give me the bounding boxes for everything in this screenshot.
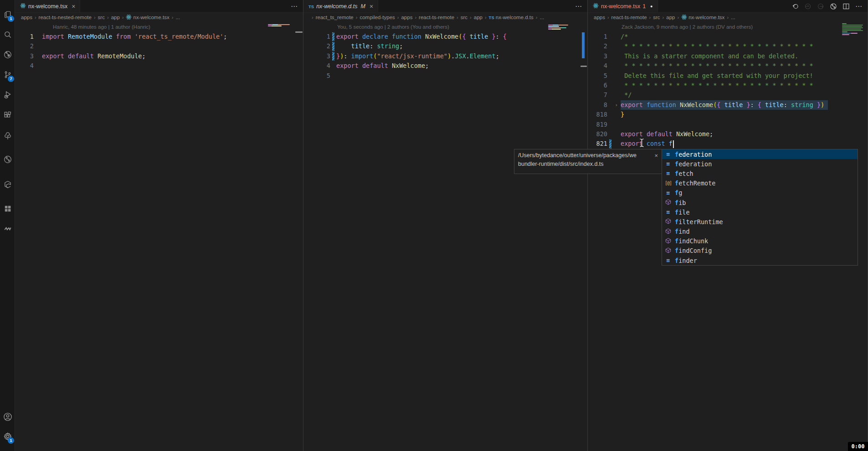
code-line[interactable]: 4 * * * * * * * * * * * * * * * * * * * … <box>588 61 868 71</box>
minimap-pane-1[interactable] <box>268 24 290 27</box>
activitybar-explorer-icon[interactable]: 1 <box>0 7 15 22</box>
code-line[interactable]: 821export const f <box>588 139 868 149</box>
code-text: /* <box>621 32 628 41</box>
suggest-item[interactable]: filterRuntime <box>662 217 858 226</box>
gutter: › <box>607 100 621 110</box>
suggest-item[interactable]: ≡file <box>662 207 858 217</box>
editor-pane-2: TSnx-welcome.d.tsM×⋯›react_ts_remote›com… <box>304 0 588 451</box>
breadcrumb-item[interactable]: ... <box>175 15 180 20</box>
editor-tab[interactable]: nx-welcome.tsx× <box>15 0 80 12</box>
code-line[interactable]: 3}): import("react/jsx-runtime").JSX.Ele… <box>304 51 587 61</box>
suggest-item[interactable]: ≡federation <box>662 159 858 169</box>
code-line[interactable]: 5 <box>304 71 587 81</box>
gutter <box>607 61 621 71</box>
breadcrumb-item[interactable]: react-ts-remote <box>611 15 647 20</box>
code-line[interactable]: 6 * * * * * * * * * * * * * * * * * * * … <box>588 81 868 90</box>
activitybar-settings-gear-icon[interactable]: 1 <box>0 429 15 444</box>
breadcrumb-separator: › <box>397 15 399 20</box>
code-line[interactable]: 2 title: string; <box>304 41 587 51</box>
close-tab-icon[interactable]: × <box>72 3 75 10</box>
activitybar-run-debug-icon[interactable] <box>0 87 15 102</box>
breadcrumb-item[interactable]: react-ts-nested-remote <box>39 15 92 20</box>
suggest-item[interactable]: ≡fg <box>662 188 858 198</box>
code-line[interactable]: 2 <box>15 41 303 51</box>
breadcrumb-item[interactable]: ... <box>731 15 735 20</box>
react-file-icon <box>681 14 687 21</box>
activitybar-grid-icon[interactable] <box>0 201 15 216</box>
breadcrumb-item[interactable]: src <box>461 15 467 20</box>
suggest-label: fetchRemote <box>675 179 715 187</box>
editor-tab[interactable]: TSnx-welcome.d.tsM× <box>304 0 378 12</box>
breadcrumb-item[interactable]: apps <box>21 15 32 20</box>
breadcrumb-item[interactable]: src <box>98 15 105 20</box>
activitybar-hexagon-icon[interactable] <box>0 177 15 192</box>
code-line[interactable]: 8›export function NxWelcome({ title }: {… <box>588 100 868 110</box>
code-text: export function NxWelcome({ title }: { t… <box>621 100 828 110</box>
breadcrumb-item[interactable]: TSnx-welcome.d.ts <box>489 15 534 20</box>
suggest-item[interactable]: find <box>662 227 858 236</box>
prev-change-icon <box>804 3 812 10</box>
navigate-back-icon[interactable] <box>791 3 799 10</box>
suggest-item[interactable]: findChunk <box>662 236 858 246</box>
minimap-pane-2[interactable] <box>548 25 568 30</box>
code-line[interactable]: 1/* <box>588 32 868 41</box>
more-actions-icon[interactable]: ⋯ <box>575 2 582 10</box>
suggest-item[interactable]: ≡finder <box>662 256 858 265</box>
activitybar-extensions-icon[interactable] <box>0 108 15 123</box>
close-tab-icon[interactable]: × <box>370 3 373 10</box>
breadcrumb-item[interactable]: ... <box>540 15 544 20</box>
breadcrumb-item[interactable]: app <box>666 15 675 20</box>
code-line[interactable]: 820export default NxWelcome; <box>588 129 868 139</box>
code-line[interactable]: 1export declare function NxWelcome({ tit… <box>304 32 587 41</box>
activitybar-gitlens-icon[interactable] <box>0 47 15 62</box>
breadcrumb-item[interactable]: app <box>474 15 483 20</box>
breadcrumb-item[interactable]: apps <box>594 15 605 20</box>
suggest-item[interactable]: [@]fetchRemote <box>662 179 858 188</box>
breadcrumb-item[interactable]: nx-welcome.tsx <box>681 14 724 21</box>
fold-chevron-icon[interactable]: › <box>615 100 618 110</box>
code-line[interactable]: 818} <box>588 110 868 119</box>
suggest-item[interactable]: ≡fetch <box>662 169 858 178</box>
dirty-indicator-icon[interactable]: ● <box>650 4 652 9</box>
code-line[interactable]: 7 */ <box>588 90 868 100</box>
activitybar-tree-icon[interactable] <box>0 128 15 144</box>
breadcrumb-item[interactable]: apps <box>401 15 412 20</box>
activitybar-wave-icon[interactable] <box>0 221 15 236</box>
breadcrumb-item[interactable]: react_ts_remote <box>316 15 354 20</box>
breadcrumb-item[interactable]: app <box>111 15 120 20</box>
activitybar-source-control-icon[interactable]: 7 <box>0 67 15 82</box>
suggest-label: findChunk <box>675 237 708 245</box>
pane-1-minimap-dash[interactable] <box>295 31 303 33</box>
breadcrumb-item[interactable]: react-ts-remote <box>419 15 454 20</box>
breadcrumb-item[interactable]: compiled-types <box>360 15 395 20</box>
breadcrumb-separator: › <box>485 15 487 20</box>
code-line[interactable]: 4 <box>15 61 303 71</box>
code-line[interactable]: 3 This is a starter component and can be… <box>588 51 868 61</box>
activitybar-account-icon[interactable] <box>0 409 15 425</box>
more-actions-icon[interactable]: ⋯ <box>855 2 862 10</box>
minimap-pane-3[interactable] <box>842 23 863 36</box>
code-line[interactable]: 3export default RemoteModule; <box>15 51 303 61</box>
next-change-icon <box>817 3 824 10</box>
breadcrumb-item[interactable]: nx-welcome.tsx <box>126 14 169 21</box>
pane-2-minimap-dash[interactable] <box>580 66 587 67</box>
code-line[interactable]: 4export default NxWelcome; <box>304 61 587 71</box>
suggest-item[interactable]: fib <box>662 198 858 207</box>
more-actions-icon[interactable]: ⋯ <box>291 2 298 10</box>
suggest-item[interactable]: findConfig <box>662 246 858 256</box>
code-line[interactable]: 1import RemoteModule from 'react_ts_remo… <box>15 32 303 41</box>
line-number: 5 <box>304 71 330 81</box>
breadcrumb-item[interactable]: src <box>653 15 660 20</box>
activitybar-search-icon[interactable] <box>0 27 15 42</box>
editor-tab[interactable]: nx-welcome.tsx1● <box>588 0 658 12</box>
code-line[interactable]: 2 * * * * * * * * * * * * * * * * * * * … <box>588 41 868 51</box>
split-editor-icon[interactable] <box>842 3 850 10</box>
close-icon[interactable]: × <box>654 152 658 159</box>
line-number: 4 <box>15 61 34 71</box>
suggest-item[interactable]: ≡federation <box>662 149 858 159</box>
code-line[interactable]: 819 <box>588 120 868 129</box>
activitybar-git-graph-icon[interactable] <box>0 152 15 167</box>
git-graph-action-icon[interactable] <box>830 3 837 10</box>
badge: 7 <box>8 76 14 82</box>
code-line[interactable]: 5 Delete this file and get started with … <box>588 71 868 81</box>
